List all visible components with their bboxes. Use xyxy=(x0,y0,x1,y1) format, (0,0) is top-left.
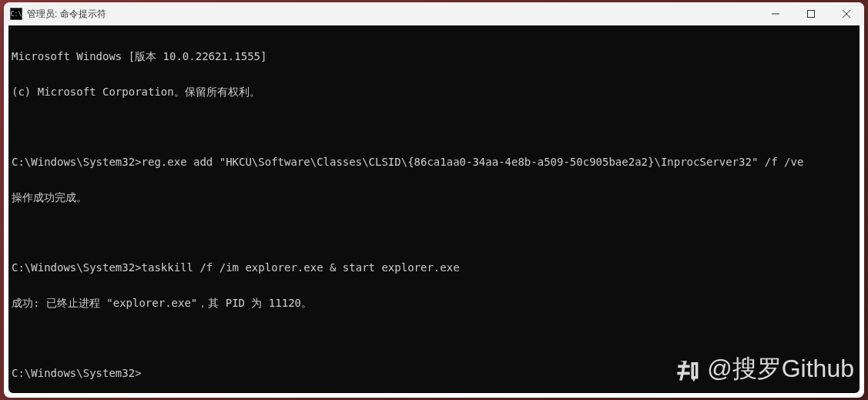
window-title: 管理员: 命令提示符 xyxy=(27,8,758,21)
reg-add-command: reg.exe add "HKCU\Software\Classes\CLSID… xyxy=(142,156,804,168)
cmd-icon: C:\ xyxy=(10,8,22,20)
prompt: C:\Windows\System32> xyxy=(12,367,142,379)
blank-line xyxy=(12,122,856,133)
blank-line xyxy=(12,333,856,344)
terminal-output[interactable]: Microsoft Windows [版本 10.0.22621.1555] (… xyxy=(8,25,860,393)
result-line-1: 操作成功完成。 xyxy=(12,192,856,203)
command-line-1: C:\Windows\System32>reg.exe add "HKCU\So… xyxy=(12,156,856,168)
version-line: Microsoft Windows [版本 10.0.22621.1555] xyxy=(12,51,856,62)
titlebar[interactable]: C:\ 管理员: 命令提示符 xyxy=(4,2,864,25)
blank-line xyxy=(12,227,856,238)
close-button[interactable] xyxy=(829,2,864,25)
command-prompt-window: C:\ 管理员: 命令提示符 Microsoft Windows [版本 10.… xyxy=(4,2,864,398)
current-prompt-line: C:\Windows\System32> xyxy=(12,368,856,379)
maximize-button[interactable] xyxy=(793,2,829,25)
minimize-button[interactable] xyxy=(758,2,793,25)
prompt: C:\Windows\System32> xyxy=(12,261,142,274)
prompt: C:\Windows\System32> xyxy=(12,156,142,168)
taskkill-command: taskkill /f /im explorer.exe & start exp… xyxy=(142,261,460,274)
copyright-line: (c) Microsoft Corporation。保留所有权利。 xyxy=(12,86,856,98)
svg-rect-1 xyxy=(808,11,815,18)
command-line-2: C:\Windows\System32>taskkill /f /im expl… xyxy=(12,262,856,274)
cursor xyxy=(142,368,148,379)
window-controls xyxy=(758,2,864,25)
result-line-2: 成功: 已终止进程 "explorer.exe"，其 PID 为 11120。 xyxy=(12,297,856,309)
